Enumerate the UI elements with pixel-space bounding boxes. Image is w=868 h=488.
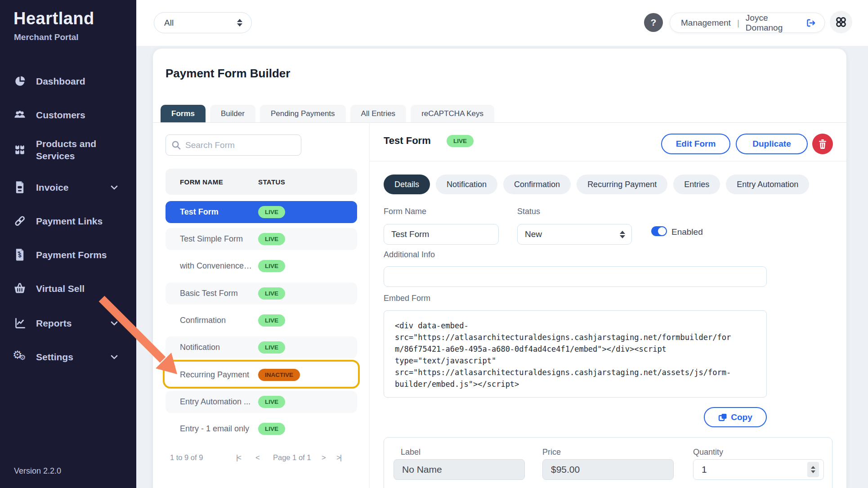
- svg-text:$: $: [18, 252, 21, 259]
- search-icon: [171, 140, 181, 150]
- link-icon: [13, 215, 26, 227]
- panel-divider: [369, 122, 370, 488]
- item-quantity-label: Quantity: [693, 448, 723, 457]
- embed-code: <div data-embed- src="https://atlasarchi…: [395, 320, 756, 390]
- apps-grid-icon: [835, 16, 847, 28]
- form-name-field[interactable]: [384, 224, 499, 245]
- sidebar-item-virtual-sell[interactable]: Virtual Sell: [13, 279, 85, 297]
- tab-notification[interactable]: Notification: [436, 175, 497, 194]
- edit-form-button[interactable]: Edit Form: [661, 134, 730, 154]
- users-icon: [13, 109, 26, 120]
- column-status: STATUS: [258, 178, 285, 186]
- delete-button[interactable]: [812, 134, 833, 154]
- status-select[interactable]: New: [517, 224, 632, 245]
- column-form-name: FORM NAME: [180, 178, 223, 186]
- chevron-down-icon: [111, 355, 118, 359]
- help-button[interactable]: ?: [644, 13, 663, 32]
- sidebar-item-settings[interactable]: ⚙⚙ Settings: [13, 348, 73, 366]
- sidebar-item-invoice[interactable]: Invoice: [13, 178, 68, 196]
- status-badge: LIVE: [258, 314, 285, 327]
- sidebar-item-payment-links[interactable]: Payment Links: [13, 212, 103, 230]
- pagination-range: 1 to 9 of 9: [170, 453, 203, 462]
- sidebar-item-reports[interactable]: Reports: [13, 314, 72, 332]
- toggle-knob: [658, 227, 666, 235]
- sidebar-item-dashboard[interactable]: Dashboard: [13, 72, 85, 90]
- apps-grid-button[interactable]: [830, 11, 852, 33]
- last-page-button[interactable]: >|: [336, 453, 341, 462]
- basket-icon: [13, 282, 26, 294]
- tab-forms[interactable]: Forms: [161, 105, 206, 122]
- sidebar-item-customers[interactable]: Customers: [13, 106, 85, 124]
- pagination-page-label: Page 1 of 1: [273, 453, 311, 462]
- quantity-spinner-arrows[interactable]: [807, 462, 819, 477]
- logout-icon[interactable]: [806, 18, 816, 28]
- form-status-badge: LIVE: [447, 137, 474, 145]
- status-badge: LIVE: [258, 233, 285, 245]
- app-logo-subtitle: Merchant Portal: [14, 32, 79, 42]
- sidebar-item-products-services[interactable]: Products and Services: [13, 137, 117, 162]
- trash-icon: [818, 139, 827, 149]
- user-name: Joyce Domanog: [746, 13, 800, 33]
- tab-recurring-payment[interactable]: Recurring Payment: [577, 175, 667, 194]
- management-label: Management: [681, 18, 731, 28]
- first-page-button[interactable]: |<: [236, 453, 241, 462]
- search-form-box: [166, 134, 301, 156]
- form-row-recurring-payment[interactable]: Recurring Payment INACTIVE: [166, 364, 357, 386]
- chevron-down-icon: [111, 185, 118, 190]
- pie-chart-icon: [13, 75, 26, 87]
- item-card: Label Price Quantity: [384, 437, 832, 488]
- next-page-button[interactable]: >: [322, 453, 326, 462]
- additional-info-label: Additional Info: [384, 250, 435, 260]
- embed-code-box[interactable]: <div data-embed- src="https://atlasarchi…: [384, 310, 767, 398]
- item-label-label: Label: [401, 448, 421, 457]
- duplicate-button[interactable]: Duplicate: [736, 134, 808, 154]
- forms-table-header: FORM NAME STATUS: [166, 169, 357, 195]
- topbar: All ? Management | Joyce Domanog: [136, 0, 868, 46]
- sidebar-item-payment-forms[interactable]: $ Payment Forms: [13, 246, 107, 264]
- form-detail-title: Test Form: [384, 135, 431, 147]
- version-label: Version 2.2.0: [14, 466, 61, 476]
- enabled-toggle[interactable]: [651, 226, 667, 236]
- app-logo: Heartland: [13, 9, 94, 28]
- question-icon: ?: [651, 17, 657, 28]
- status-label: Status: [517, 207, 540, 216]
- status-badge: LIVE: [258, 396, 285, 408]
- chevron-down-icon: [111, 321, 118, 326]
- form-row-confirmation[interactable]: Confirmation LIVE: [166, 309, 357, 331]
- quantity-stepper[interactable]: [693, 459, 824, 480]
- tab-entry-automation[interactable]: Entry Automation: [726, 175, 809, 194]
- document-dollar-icon: $: [13, 248, 26, 261]
- tab-all-entries[interactable]: All Entries: [350, 105, 407, 122]
- invoice-icon: [13, 181, 26, 193]
- item-price-label: Price: [542, 448, 561, 457]
- tab-pending-payments[interactable]: Pending Payments: [260, 105, 346, 122]
- additional-info-field[interactable]: [384, 266, 767, 287]
- prev-page-button[interactable]: <: [255, 453, 260, 462]
- form-row-entry-automation[interactable]: Entry Automation ... LIVE: [166, 391, 357, 413]
- tab-confirmation[interactable]: Confirmation: [503, 175, 571, 194]
- form-row-basic-test-form[interactable]: Basic Test Form LIVE: [166, 282, 357, 304]
- filter-select[interactable]: All: [154, 12, 252, 33]
- chart-icon: [13, 317, 26, 329]
- tab-entries[interactable]: Entries: [673, 175, 720, 194]
- status-badge: INACTIVE: [258, 369, 300, 381]
- form-row-with-convenience[interactable]: with Convenience… LIVE: [166, 255, 357, 277]
- tab-details[interactable]: Details: [384, 175, 430, 194]
- form-row-test-simple-form[interactable]: Test Simple Form LIVE: [166, 228, 357, 250]
- status-badge: LIVE: [258, 260, 285, 272]
- search-input[interactable]: [185, 140, 295, 150]
- user-menu[interactable]: Management | Joyce Domanog: [670, 13, 825, 33]
- enabled-label: Enabled: [671, 227, 703, 237]
- pagination: 1 to 9 of 9 |< < Page 1 of 1 > >|: [166, 452, 357, 465]
- form-row-notification[interactable]: Notification LIVE: [166, 336, 357, 358]
- form-name-label: Form Name: [384, 207, 426, 216]
- separator: |: [737, 18, 739, 28]
- item-price-field: [542, 459, 674, 480]
- tab-builder[interactable]: Builder: [210, 105, 255, 122]
- form-row-test-form[interactable]: Test Form LIVE: [166, 201, 357, 223]
- page-title: Payment Form Builder: [166, 67, 290, 81]
- tab-recaptcha-keys[interactable]: reCAPTCHA Keys: [411, 105, 494, 122]
- sidebar: Heartland Merchant Portal Dashboard Cust…: [0, 0, 136, 488]
- form-row-entry-1-email-only[interactable]: Entry - 1 email only LIVE: [166, 418, 357, 440]
- copy-button[interactable]: Copy: [704, 407, 767, 427]
